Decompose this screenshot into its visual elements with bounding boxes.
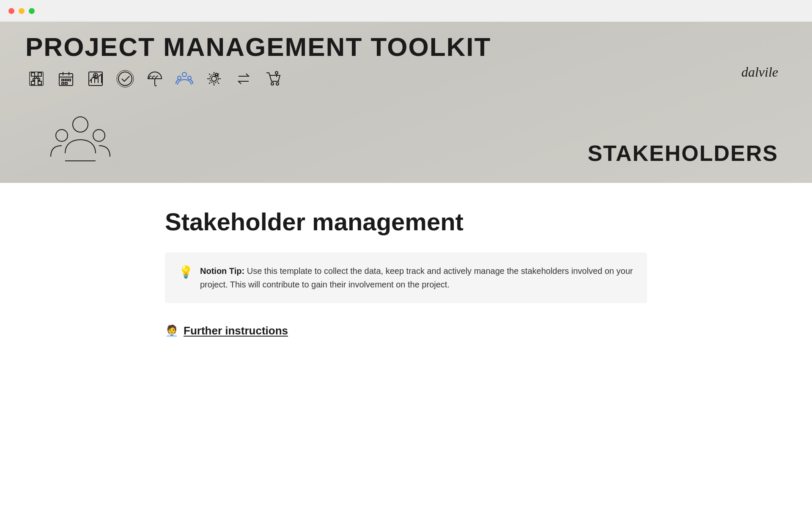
tip-body-text: Use this template to collect the data, k… — [200, 266, 633, 289]
page-title: Stakeholder management — [165, 208, 647, 235]
banner: PROJECT MANAGEMENT TOOLKIT — [0, 22, 812, 183]
check-circle-icon[interactable] — [114, 68, 136, 90]
tip-emoji: 💡 — [178, 265, 193, 279]
traffic-light-yellow[interactable] — [19, 8, 25, 14]
resources-icon[interactable] — [203, 68, 225, 90]
money-chart-icon[interactable] — [85, 68, 107, 90]
stakeholders-nav-icon[interactable] — [173, 68, 195, 90]
umbrella-icon[interactable] — [144, 68, 166, 90]
svg-rect-8 — [62, 83, 64, 84]
svg-point-28 — [276, 83, 279, 85]
svg-rect-6 — [65, 79, 67, 81]
banner-brand: dalvile — [741, 64, 778, 80]
further-instructions[interactable]: 🧑‍💼 Further instructions — [165, 324, 647, 337]
svg-point-31 — [73, 117, 88, 132]
tip-text: Notion Tip: Use this template to collect… — [200, 264, 634, 291]
changes-icon[interactable] — [233, 68, 255, 90]
tip-bold-label: Notion Tip: — [200, 266, 244, 276]
svg-rect-7 — [69, 79, 71, 81]
svg-point-33 — [93, 130, 105, 141]
notion-tip-box: 💡 Notion Tip: Use this template to colle… — [165, 252, 647, 303]
traffic-light-green[interactable] — [29, 8, 35, 14]
further-instructions-emoji: 🧑‍💼 — [165, 324, 178, 337]
main-content: PROJECT MANAGEMENT TOOLKIT — [0, 22, 812, 371]
banner-large-stakeholders-icon — [47, 107, 114, 174]
window-chrome — [0, 0, 812, 22]
calendar-icon[interactable] — [55, 68, 77, 90]
banner-title-area: PROJECT MANAGEMENT TOOLKIT — [25, 34, 491, 60]
svg-point-27 — [271, 83, 274, 85]
svg-point-32 — [56, 130, 68, 141]
svg-point-18 — [118, 72, 132, 86]
banner-nav-icons — [25, 68, 284, 90]
svg-rect-5 — [62, 79, 64, 81]
banner-section-title: STAKEHOLDERS — [587, 141, 778, 166]
further-instructions-label[interactable]: Further instructions — [184, 324, 288, 337]
procurement-icon[interactable] — [262, 68, 284, 90]
svg-point-24 — [211, 76, 217, 81]
svg-point-22 — [178, 76, 181, 80]
svg-rect-9 — [65, 83, 67, 84]
svg-point-21 — [182, 72, 187, 77]
svg-point-23 — [188, 76, 191, 80]
svg-point-30 — [275, 72, 278, 74]
traffic-light-red[interactable] — [8, 8, 14, 14]
page-body: Stakeholder management 💡 Notion Tip: Use… — [131, 183, 681, 371]
svg-point-19 — [117, 70, 134, 87]
banner-title: PROJECT MANAGEMENT TOOLKIT — [25, 34, 491, 60]
puzzle-icon[interactable] — [25, 68, 47, 90]
